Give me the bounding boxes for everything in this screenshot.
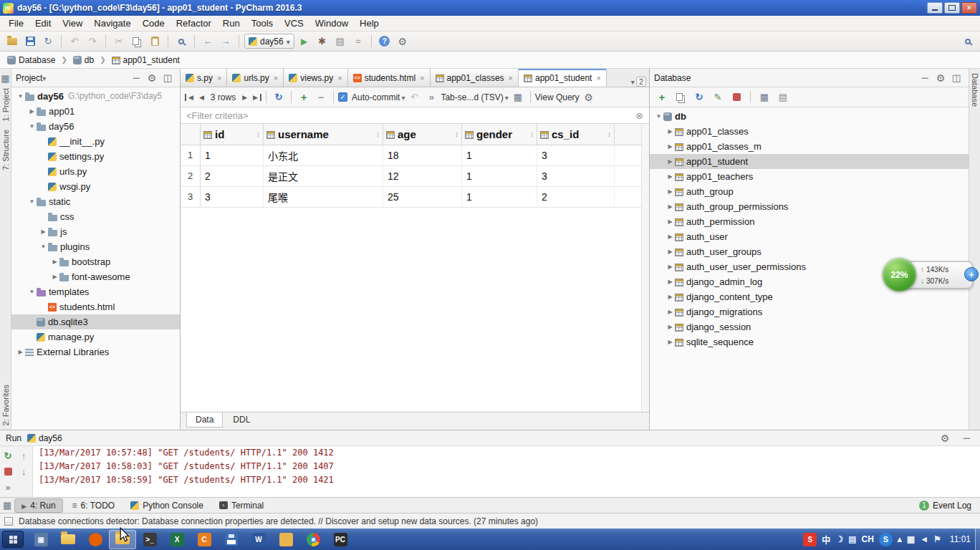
- tree-chevron-icon[interactable]: [39, 239, 48, 254]
- view-query-button[interactable]: View Query: [535, 92, 580, 102]
- tree-chevron-icon[interactable]: [666, 319, 675, 334]
- run-configuration-select[interactable]: day56: [244, 34, 294, 49]
- menu-item[interactable]: Edit: [29, 16, 57, 30]
- project-tree-item[interactable]: External Libraries: [11, 344, 180, 360]
- tree-chevron-icon[interactable]: [666, 229, 675, 244]
- panel-settings-button[interactable]: [937, 430, 953, 446]
- taskbar-icon[interactable]: [82, 530, 109, 549]
- reload-data-button[interactable]: [271, 90, 287, 105]
- event-log-button[interactable]: Event Log: [933, 501, 971, 511]
- column-header-age[interactable]: age↕: [383, 124, 462, 145]
- table-view-button[interactable]: [756, 90, 772, 105]
- tree-chevron-icon[interactable]: [666, 199, 675, 214]
- chevron-down-icon[interactable]: [42, 73, 46, 83]
- previous-page-button[interactable]: [197, 94, 206, 101]
- sort-icon[interactable]: ↕: [451, 130, 458, 138]
- tray-icon[interactable]: ◄: [920, 534, 928, 544]
- tree-chevron-icon[interactable]: [27, 194, 37, 209]
- close-tab-icon[interactable]: ×: [274, 74, 278, 82]
- cell[interactable]: 是正文: [264, 166, 383, 186]
- project-tree-item[interactable]: db.sqlite3: [11, 314, 180, 329]
- output-format-select[interactable]: Tab-se...d (TSV): [441, 92, 503, 102]
- status-message[interactable]: Database connections detector: Database …: [19, 516, 538, 526]
- tree-chevron-icon[interactable]: [666, 334, 675, 349]
- sort-icon[interactable]: ↕: [526, 130, 534, 138]
- tree-chevron-icon[interactable]: [27, 284, 37, 299]
- collapse-all-button[interactable]: [917, 70, 933, 86]
- tree-chevron-icon[interactable]: [666, 169, 675, 184]
- sort-icon[interactable]: ↕: [252, 130, 260, 138]
- collapse-all-button[interactable]: [128, 70, 144, 86]
- taskbar-icon[interactable]: [218, 530, 245, 549]
- project-tree-item[interactable]: wsgi.py: [11, 179, 180, 194]
- toolwindow-button-structure[interactable]: 7: Structure: [1, 125, 10, 175]
- project-tree-item[interactable]: app01: [11, 104, 180, 119]
- undo-button[interactable]: [67, 34, 82, 49]
- copy-button[interactable]: [129, 34, 145, 49]
- accelerate-button[interactable]: [964, 267, 979, 281]
- close-tab-icon[interactable]: ×: [420, 74, 424, 82]
- rerun-button[interactable]: [4, 450, 12, 461]
- taskbar-icon[interactable]: X: [163, 530, 191, 549]
- project-tree-item[interactable]: templates: [11, 284, 180, 299]
- vertical-scrollbar[interactable]: [641, 124, 649, 412]
- tray-icon[interactable]: S: [879, 533, 893, 546]
- project-tree-item[interactable]: static: [11, 194, 180, 209]
- tree-chevron-icon[interactable]: [666, 289, 675, 304]
- menu-item[interactable]: Navigate: [88, 16, 136, 30]
- more-actions-button[interactable]: [5, 482, 10, 493]
- taskbar-icon[interactable]: [54, 530, 82, 549]
- tree-chevron-icon[interactable]: [666, 139, 675, 154]
- navigate-back-button[interactable]: [200, 34, 216, 49]
- cell[interactable]: 12: [383, 166, 462, 186]
- delete-row-button[interactable]: [313, 90, 329, 105]
- rollback-button[interactable]: [406, 90, 422, 105]
- menu-item[interactable]: VCS: [279, 16, 309, 30]
- toolwindow-tab[interactable]: 6: TODO: [66, 499, 122, 512]
- project-tree-item[interactable]: plugins: [11, 239, 180, 254]
- grid-settings-button[interactable]: [581, 90, 597, 105]
- taskbar-icon[interactable]: PC: [327, 530, 354, 549]
- tree-chevron-icon[interactable]: [39, 224, 48, 239]
- project-tree-item[interactable]: css: [11, 209, 180, 224]
- close-button[interactable]: [961, 2, 977, 14]
- project-tree-item[interactable]: students.html: [11, 299, 180, 314]
- tree-chevron-icon[interactable]: [50, 269, 59, 284]
- panel-settings-button[interactable]: [144, 70, 160, 86]
- database-tree-item[interactable]: django_migrations: [650, 304, 969, 319]
- project-panel-title[interactable]: Project: [16, 73, 42, 83]
- up-stack-trace-button[interactable]: [21, 450, 27, 461]
- close-tab-icon[interactable]: ×: [217, 74, 221, 82]
- column-header-gender[interactable]: gender↕: [462, 124, 537, 145]
- toolwindow-button-favorites[interactable]: 2: Favorites: [1, 380, 10, 430]
- editor-tab[interactable]: views.py ×: [284, 69, 347, 87]
- synchronize-button[interactable]: [40, 34, 56, 49]
- taskbar-icon[interactable]: >_: [136, 530, 163, 549]
- tree-chevron-icon[interactable]: [666, 244, 675, 259]
- minimize-button[interactable]: [927, 2, 943, 14]
- project-tree-item[interactable]: js: [11, 224, 180, 239]
- taskbar-icon[interactable]: W: [245, 530, 272, 549]
- edit-source-button[interactable]: [710, 90, 726, 105]
- editor-tab[interactable]: students.html ×: [348, 69, 431, 87]
- help-button[interactable]: ?: [377, 34, 393, 49]
- database-tree-item[interactable]: app01_teachers: [650, 169, 969, 184]
- breadcrumb-item[interactable]: app01_student ❯: [109, 55, 183, 65]
- maximize-button[interactable]: [944, 2, 960, 14]
- database-tree-item[interactable]: auth_user: [650, 229, 969, 244]
- add-row-button[interactable]: [296, 90, 312, 105]
- chevron-down-icon[interactable]: [401, 92, 405, 102]
- project-tree-item[interactable]: __init__.py: [11, 134, 180, 149]
- tray-icon[interactable]: 中: [822, 534, 830, 546]
- menu-item[interactable]: View: [57, 16, 88, 30]
- tree-chevron-icon[interactable]: [16, 344, 25, 360]
- database-tree-item[interactable]: sqlite_sequence: [650, 334, 969, 349]
- editor-tab[interactable]: app01_student ×: [519, 69, 607, 87]
- column-header-cs-id[interactable]: cs_id↕: [537, 124, 615, 145]
- close-tab-icon[interactable]: ×: [337, 74, 342, 82]
- breadcrumb-item[interactable]: db ❯: [70, 55, 109, 65]
- open-button[interactable]: [4, 34, 20, 49]
- database-tree-item[interactable]: app01_classes: [650, 124, 969, 139]
- settings-button[interactable]: [395, 34, 410, 49]
- database-tree-item[interactable]: auth_user_groups: [650, 244, 969, 259]
